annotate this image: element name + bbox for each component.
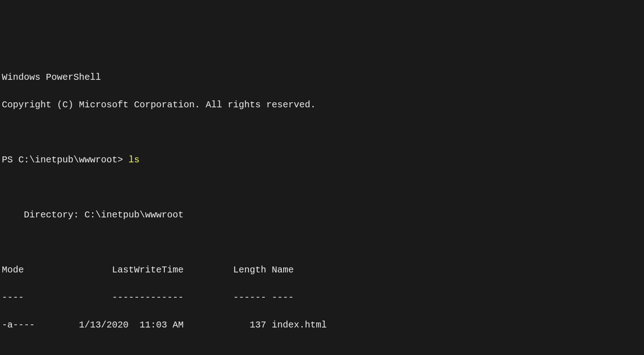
ls-directory-line: Directory: C:\inetpub\wwwroot	[2, 208, 642, 222]
ls-header-row: Mode LastWriteTime Length Name	[2, 263, 642, 277]
prompt-path: PS C:\inetpub\wwwroot>	[2, 153, 129, 167]
blank-line	[2, 126, 642, 139]
terminal-output[interactable]: Windows PowerShell Copyright (C) Microso…	[2, 57, 642, 355]
command-ls: ls	[129, 153, 140, 167]
blank-line	[2, 346, 642, 355]
ls-file-row: -a---- 1/13/2020 11:03 AM 137 index.html	[2, 318, 642, 332]
header-title: Windows PowerShell	[2, 71, 642, 84]
ls-divider-row: ---- ------------- ------ ----	[2, 291, 642, 305]
prompt-line-1: PS C:\inetpub\wwwroot> ls	[2, 153, 642, 167]
header-copyright: Copyright (C) Microsoft Corporation. All…	[2, 98, 642, 112]
